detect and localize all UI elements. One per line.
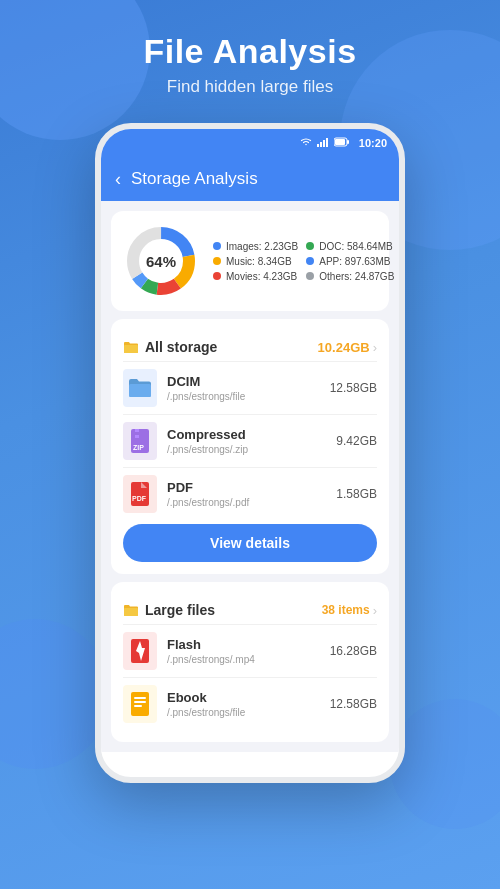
zip-svg: ZIP: [129, 428, 151, 454]
legend-app: APP: 897.63MB: [306, 256, 394, 267]
pdf-icon: PDF: [123, 475, 157, 513]
file-item-compressed[interactable]: ZIP Compressed /.pns/estrongs/.zip 9.42G…: [123, 414, 377, 467]
compressed-size: 9.42GB: [336, 434, 377, 448]
ebook-name: Ebook: [167, 690, 320, 705]
compressed-icon: ZIP: [123, 422, 157, 460]
legend-music-label: Music: 8.34GB: [226, 256, 292, 267]
legend-doc: DOC: 584.64MB: [306, 241, 394, 252]
legend-movies-label: Movies: 4.23GB: [226, 271, 297, 282]
battery-icon: [334, 137, 350, 149]
large-files-right[interactable]: 38 items ›: [322, 603, 377, 618]
ebook-svg: [129, 691, 151, 717]
folder-svg-dcim: [128, 378, 152, 398]
legend-dot-movies: [213, 272, 221, 280]
flash-info: Flash /.pns/estrongs/.mp4: [167, 637, 320, 665]
ebook-path: /.pns/estrongs/file: [167, 707, 320, 718]
svg-text:PDF: PDF: [132, 495, 147, 502]
page-title: File Analysis: [0, 32, 500, 71]
donut-percentage: 64%: [146, 253, 176, 270]
legend-images: Images: 2.23GB: [213, 241, 298, 252]
all-storage-value: 10.24GB: [318, 340, 370, 355]
legend-dot-app: [306, 257, 314, 265]
compressed-path: /.pns/estrongs/.zip: [167, 444, 326, 455]
all-storage-card: All storage 10.24GB ›: [111, 319, 389, 574]
large-files-card: Large files 38 items ›: [111, 582, 389, 742]
chart-row: 64% Images: 2.23GB DOC: 584.64MB: [123, 223, 377, 299]
svg-rect-15: [129, 384, 151, 397]
svg-rect-19: [135, 435, 139, 438]
view-details-button[interactable]: View details: [123, 524, 377, 562]
svg-rect-17: [135, 429, 139, 432]
compressed-info: Compressed /.pns/estrongs/.zip: [167, 427, 326, 455]
dcim-path: /.pns/estrongs/file: [167, 391, 320, 402]
storage-folder-icon: [123, 340, 139, 354]
file-item-ebook[interactable]: Ebook /.pns/estrongs/file 12.58GB: [123, 677, 377, 730]
legend-dot-others: [306, 272, 314, 280]
svg-rect-20: [135, 438, 139, 441]
flash-svg: [129, 638, 151, 664]
ebook-icon: [123, 685, 157, 723]
compressed-name: Compressed: [167, 427, 326, 442]
top-bar: ‹ Storage Analysis: [101, 157, 399, 201]
all-storage-title: All storage: [145, 339, 217, 355]
svg-rect-5: [347, 140, 349, 144]
legend-others: Others: 24.87GB: [306, 271, 394, 282]
file-item-pdf[interactable]: PDF PDF /.pns/estrongs/.pdf 1.58GB: [123, 467, 377, 520]
signal-icon: [317, 137, 329, 149]
donut-chart: 64%: [123, 223, 199, 299]
legend-others-label: Others: 24.87GB: [319, 271, 394, 282]
legend-doc-label: DOC: 584.64MB: [319, 241, 392, 252]
content-area: 64% Images: 2.23GB DOC: 584.64MB: [101, 201, 399, 752]
ebook-info: Ebook /.pns/estrongs/file: [167, 690, 320, 718]
all-storage-left: All storage: [123, 339, 217, 355]
all-storage-header: All storage 10.24GB ›: [123, 331, 377, 361]
flash-icon: [123, 632, 157, 670]
file-item-dcim[interactable]: DCIM /.pns/estrongs/file 12.58GB: [123, 361, 377, 414]
legend-images-label: Images: 2.23GB: [226, 241, 298, 252]
svg-rect-1: [320, 142, 322, 147]
svg-rect-24: [124, 608, 138, 616]
legend-music: Music: 8.34GB: [213, 256, 298, 267]
header: File Analysis Find hidden large files: [0, 0, 500, 113]
phone-mockup: 10:20 ‹ Storage Analysis: [0, 123, 500, 783]
all-storage-chevron: ›: [373, 340, 377, 355]
wifi-icon: [300, 137, 312, 149]
svg-rect-27: [134, 697, 146, 699]
svg-rect-2: [323, 140, 325, 147]
status-icons: 10:20: [300, 137, 387, 149]
top-bar-title: Storage Analysis: [131, 169, 258, 189]
svg-rect-26: [131, 692, 149, 716]
flash-name: Flash: [167, 637, 320, 652]
svg-rect-22: [131, 482, 149, 506]
pdf-name: PDF: [167, 480, 326, 495]
legend-dot-images: [213, 242, 221, 250]
dcim-folder-icon: [123, 369, 157, 407]
svg-rect-29: [134, 705, 142, 707]
large-files-left: Large files: [123, 602, 215, 618]
pdf-path: /.pns/estrongs/.pdf: [167, 497, 326, 508]
back-button[interactable]: ‹: [115, 169, 121, 190]
ebook-size: 12.58GB: [330, 697, 377, 711]
large-files-header: Large files 38 items ›: [123, 594, 377, 624]
large-files-badge: 38 items: [322, 603, 370, 617]
all-storage-right[interactable]: 10.24GB ›: [318, 340, 377, 355]
legend-app-label: APP: 897.63MB: [319, 256, 390, 267]
dcim-name: DCIM: [167, 374, 320, 389]
svg-rect-14: [124, 345, 138, 353]
svg-rect-18: [135, 432, 139, 435]
svg-rect-28: [134, 701, 146, 703]
phone-body: 10:20 ‹ Storage Analysis: [95, 123, 405, 783]
svg-rect-3: [326, 138, 328, 147]
legend-movies: Movies: 4.23GB: [213, 271, 298, 282]
file-item-flash[interactable]: Flash /.pns/estrongs/.mp4 16.28GB: [123, 624, 377, 677]
pdf-size: 1.58GB: [336, 487, 377, 501]
page-subtitle: Find hidden large files: [0, 77, 500, 97]
svg-rect-0: [317, 144, 319, 147]
flash-size: 16.28GB: [330, 644, 377, 658]
flash-path: /.pns/estrongs/.mp4: [167, 654, 320, 665]
pdf-info: PDF /.pns/estrongs/.pdf: [167, 480, 326, 508]
svg-rect-6: [335, 139, 345, 145]
status-bar: 10:20: [101, 129, 399, 157]
large-files-title: Large files: [145, 602, 215, 618]
legend-dot-doc: [306, 242, 314, 250]
